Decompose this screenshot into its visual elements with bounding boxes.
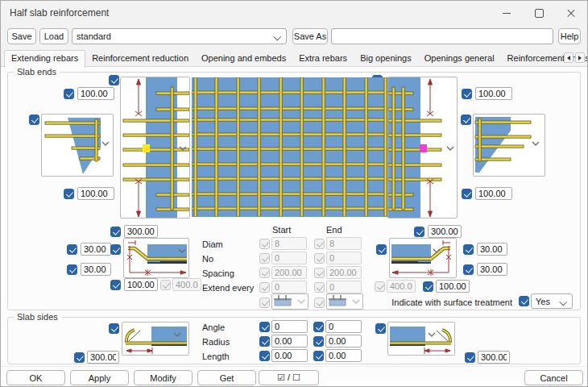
left-top-offset-checkbox[interactable] bbox=[64, 89, 74, 99]
length-start-field[interactable] bbox=[271, 349, 308, 362]
tab-openings-general[interactable]: Openings general bbox=[418, 51, 501, 66]
tab-extending-rebars[interactable]: Extending rebars bbox=[4, 50, 85, 67]
bar-type-start-checkbox[interactable] bbox=[259, 298, 270, 308]
left-side-type-dropdown[interactable] bbox=[122, 322, 189, 356]
left-side-length-field[interactable] bbox=[87, 351, 119, 364]
left-end-type-dropdown[interactable] bbox=[41, 114, 114, 177]
right-side-type-dropdown[interactable] bbox=[387, 322, 455, 356]
right-cover-bottom-field[interactable] bbox=[477, 263, 507, 276]
angle-start-checkbox[interactable] bbox=[259, 322, 270, 332]
right-extension-length-checkbox[interactable] bbox=[414, 227, 424, 237]
maximize-button[interactable] bbox=[523, 1, 555, 25]
left-extend-every-length-field[interactable] bbox=[124, 278, 158, 291]
surface-treatment-combobox[interactable]: Yes bbox=[531, 293, 573, 309]
left-extension-length-checkbox[interactable] bbox=[110, 227, 121, 237]
spacing-start-field[interactable] bbox=[271, 266, 307, 279]
right-end-type-checkbox[interactable] bbox=[461, 114, 471, 125]
spacing-end-field[interactable] bbox=[326, 266, 362, 279]
tab-scroll-left-button[interactable] bbox=[564, 52, 574, 63]
diam-start-checkbox[interactable] bbox=[259, 239, 270, 249]
ok-button[interactable]: OK bbox=[6, 370, 65, 385]
extend-every-end-checkbox[interactable] bbox=[314, 282, 325, 293]
right-extension-dropdown[interactable] bbox=[387, 77, 458, 218]
no-start-checkbox[interactable] bbox=[259, 253, 270, 264]
close-button[interactable] bbox=[555, 1, 587, 25]
right-top-offset-field[interactable] bbox=[475, 87, 512, 100]
left-side-type-checkbox[interactable] bbox=[109, 323, 119, 334]
left-extend-alt-field[interactable] bbox=[172, 278, 201, 291]
load-button[interactable]: Load bbox=[39, 28, 68, 44]
left-side-length-checkbox[interactable] bbox=[74, 352, 85, 363]
left-extend-every-length-checkbox[interactable] bbox=[110, 280, 121, 290]
radius-end-checkbox[interactable] bbox=[313, 336, 324, 347]
left-profile-checkbox[interactable] bbox=[110, 244, 121, 255]
left-cover-bottom-field[interactable] bbox=[81, 263, 111, 276]
extend-every-end-field[interactable] bbox=[326, 281, 362, 293]
minimize-button[interactable] bbox=[491, 1, 523, 25]
help-button[interactable]: Help bbox=[558, 28, 581, 44]
right-cover-bottom-checkbox[interactable] bbox=[463, 264, 474, 275]
length-end-field[interactable] bbox=[325, 349, 362, 362]
length-end-checkbox[interactable] bbox=[313, 351, 324, 361]
get-button[interactable]: Get bbox=[197, 370, 256, 385]
tab-reinforcement-reduction[interactable]: Reinforcement reduction bbox=[85, 51, 195, 66]
angle-end-field[interactable] bbox=[325, 320, 362, 333]
radius-start-field[interactable] bbox=[271, 335, 308, 347]
diam-start-field[interactable] bbox=[271, 237, 307, 250]
right-top-offset-checkbox[interactable] bbox=[462, 89, 472, 99]
left-cover-top-field[interactable] bbox=[81, 243, 111, 256]
spacing-end-checkbox[interactable] bbox=[314, 268, 325, 278]
tab-opening-and-embeds[interactable]: Opening and embeds bbox=[195, 51, 292, 66]
right-extension-length-field[interactable] bbox=[428, 225, 462, 238]
right-cover-top-checkbox[interactable] bbox=[463, 244, 474, 255]
cancel-button[interactable]: Cancel bbox=[524, 370, 583, 385]
spacing-start-checkbox[interactable] bbox=[259, 268, 270, 278]
left-end-panel-checkbox[interactable] bbox=[109, 75, 119, 85]
surface-treatment-checkbox[interactable] bbox=[519, 296, 529, 306]
right-extend-every-length-field[interactable] bbox=[436, 280, 470, 293]
modify-button[interactable]: Modify bbox=[134, 370, 193, 385]
left-bottom-offset-field[interactable] bbox=[77, 187, 114, 200]
save-as-input[interactable] bbox=[331, 28, 553, 44]
diam-end-checkbox[interactable] bbox=[314, 239, 325, 249]
preset-combobox[interactable]: standard bbox=[72, 28, 287, 44]
right-side-length-checkbox[interactable] bbox=[465, 352, 475, 363]
radius-end-field[interactable] bbox=[325, 335, 362, 347]
tab-scroll-right-button[interactable] bbox=[575, 52, 585, 63]
angle-end-checkbox[interactable] bbox=[313, 322, 324, 332]
left-profile-dropdown[interactable] bbox=[123, 238, 189, 278]
right-side-length-field[interactable] bbox=[478, 351, 510, 364]
right-profile-dropdown[interactable] bbox=[389, 238, 457, 278]
left-top-offset-field[interactable] bbox=[77, 87, 114, 100]
left-extension-dropdown[interactable] bbox=[120, 77, 190, 218]
left-cover-bottom-checkbox[interactable] bbox=[67, 264, 77, 275]
right-extend-every-length-checkbox[interactable] bbox=[423, 281, 433, 292]
bar-type-end-checkbox[interactable] bbox=[314, 298, 325, 308]
left-end-type-checkbox[interactable] bbox=[29, 114, 39, 125]
right-cover-top-field[interactable] bbox=[477, 243, 507, 256]
no-end-checkbox[interactable] bbox=[314, 253, 325, 264]
right-profile-checkbox[interactable] bbox=[376, 244, 387, 255]
save-button[interactable]: Save bbox=[7, 28, 36, 44]
toggle-all-checkboxes-button[interactable]: ☑ / ☐ bbox=[259, 370, 319, 385]
left-bottom-offset-checkbox[interactable] bbox=[64, 189, 74, 199]
right-bottom-offset-checkbox[interactable] bbox=[462, 189, 472, 199]
apply-button[interactable]: Apply bbox=[70, 370, 129, 385]
left-extension-length-field[interactable] bbox=[124, 225, 158, 238]
extend-every-start-checkbox[interactable] bbox=[259, 282, 270, 293]
no-end-field[interactable] bbox=[326, 252, 362, 264]
tab-big-openings[interactable]: Big openings bbox=[354, 51, 418, 66]
right-extend-alt-field[interactable] bbox=[387, 280, 416, 293]
left-cover-top-checkbox[interactable] bbox=[67, 244, 77, 255]
right-side-type-checkbox[interactable] bbox=[375, 323, 386, 334]
no-start-field[interactable] bbox=[271, 252, 307, 264]
right-bottom-offset-field[interactable] bbox=[475, 187, 512, 200]
radius-start-checkbox[interactable] bbox=[259, 336, 270, 347]
extend-every-start-field[interactable] bbox=[271, 281, 307, 293]
right-extend-alt-checkbox[interactable] bbox=[375, 281, 385, 292]
bar-type-start-dropdown[interactable] bbox=[271, 293, 308, 310]
save-as-button[interactable]: Save As bbox=[292, 28, 328, 44]
length-start-checkbox[interactable] bbox=[259, 351, 270, 361]
left-extend-alt-checkbox[interactable] bbox=[160, 280, 171, 290]
bar-type-end-dropdown[interactable] bbox=[326, 293, 363, 310]
